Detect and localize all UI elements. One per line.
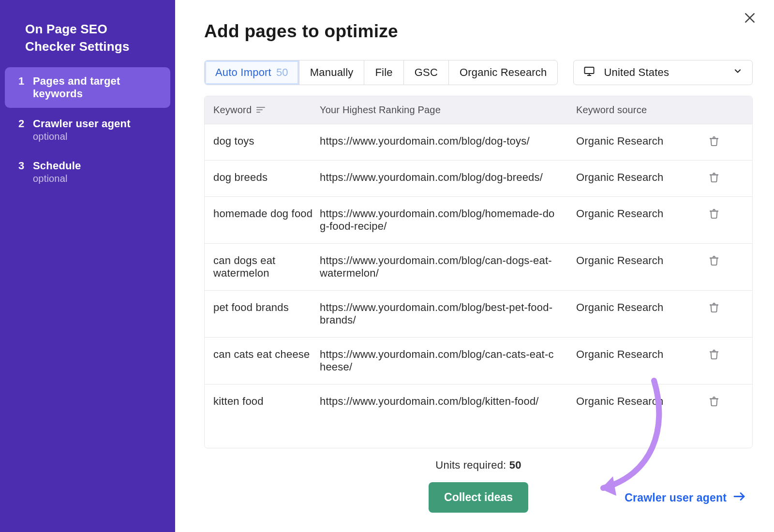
tab-gsc[interactable]: GSC xyxy=(404,60,449,85)
table-header: Keyword Your Highest Ranking Page Keywor… xyxy=(205,96,752,124)
cell-source: Organic Research xyxy=(576,207,709,220)
sidebar-step-number: 3 xyxy=(18,160,26,172)
cell-url: https://www.yourdomain.com/blog/can-cats… xyxy=(320,348,576,373)
cell-source: Organic Research xyxy=(576,348,709,361)
trash-icon xyxy=(709,350,719,362)
delete-row-button[interactable] xyxy=(709,207,738,222)
trash-icon xyxy=(709,173,719,185)
trash-icon xyxy=(709,137,719,149)
region-label: United States xyxy=(604,66,669,79)
cell-url: https://www.yourdomain.com/blog/dog-toys… xyxy=(320,135,576,148)
cell-url: https://www.yourdomain.com/blog/best-pet… xyxy=(320,301,576,326)
tab-manually[interactable]: Manually xyxy=(299,60,365,85)
delete-row-button[interactable] xyxy=(709,135,738,149)
region-select[interactable]: United States xyxy=(573,60,753,85)
cell-keyword: dog toys xyxy=(213,135,320,148)
tab-organic-research[interactable]: Organic Research xyxy=(449,60,558,85)
cell-keyword: pet food brands xyxy=(213,301,320,314)
close-button[interactable] xyxy=(740,10,759,29)
delete-row-button[interactable] xyxy=(709,348,738,363)
column-header-keyword[interactable]: Keyword xyxy=(213,104,252,116)
sidebar-step-number: 2 xyxy=(18,118,26,130)
table-row: kitten foodhttps://www.yourdomain.com/bl… xyxy=(205,384,752,420)
cell-url: https://www.yourdomain.com/blog/can-dogs… xyxy=(320,254,576,280)
cell-source: Organic Research xyxy=(576,135,709,148)
cell-source: Organic Research xyxy=(576,254,709,267)
sidebar-step-label: Schedule xyxy=(33,160,81,172)
cell-keyword: can cats eat cheese xyxy=(213,348,320,361)
sidebar: On Page SEO Checker Settings 1 Pages and… xyxy=(0,0,175,532)
cell-url: https://www.yourdomain.com/blog/dog-bree… xyxy=(320,171,576,184)
sidebar-step-schedule[interactable]: 3 Schedule optional xyxy=(5,152,170,192)
sidebar-step-sublabel: optional xyxy=(33,131,131,142)
arrow-right-icon xyxy=(733,491,746,504)
table-body[interactable]: dog toyshttps://www.yourdomain.com/blog/… xyxy=(205,124,752,448)
cell-keyword: homemade dog food xyxy=(213,207,320,220)
table-row: pet food brandshttps://www.yourdomain.co… xyxy=(205,291,752,338)
cell-url: https://www.yourdomain.com/blog/kitten-f… xyxy=(320,395,576,408)
sidebar-step-crawler-user-agent[interactable]: 2 Crawler user agent optional xyxy=(5,110,170,150)
trash-icon xyxy=(709,256,719,268)
units-required: Units required: 50 xyxy=(435,459,521,472)
sidebar-step-sublabel: optional xyxy=(33,173,81,184)
page-title: Add pages to optimize xyxy=(204,21,753,42)
table-row: homemade dog foodhttps://www.yourdomain.… xyxy=(205,197,752,244)
cell-keyword: can dogs eat watermelon xyxy=(213,254,320,280)
table-row: can dogs eat watermelonhttps://www.yourd… xyxy=(205,244,752,291)
sidebar-step-pages-keywords[interactable]: 1 Pages and target keywords xyxy=(5,67,170,108)
sort-icon[interactable] xyxy=(256,104,265,116)
units-value: 50 xyxy=(509,459,521,471)
chevron-down-icon xyxy=(733,66,743,79)
table-row: dog toyshttps://www.yourdomain.com/blog/… xyxy=(205,124,752,161)
cell-source: Organic Research xyxy=(576,395,709,408)
keywords-table: Keyword Your Highest Ranking Page Keywor… xyxy=(204,96,753,448)
cell-keyword: kitten food xyxy=(213,395,320,408)
delete-row-button[interactable] xyxy=(709,254,738,269)
crawler-user-agent-link[interactable]: Crawler user agent xyxy=(625,491,746,504)
tab-label: Organic Research xyxy=(460,66,547,79)
column-header-page: Your Highest Ranking Page xyxy=(320,104,441,115)
tab-auto-import[interactable]: Auto Import 50 xyxy=(205,60,299,85)
cell-keyword: dog breeds xyxy=(213,171,320,184)
cell-source: Organic Research xyxy=(576,171,709,184)
import-tabs: Auto Import 50 Manually File GSC Organic… xyxy=(204,60,558,85)
svg-rect-2 xyxy=(585,67,594,74)
tab-count: 50 xyxy=(276,66,288,79)
sidebar-step-label: Pages and target keywords xyxy=(33,75,161,100)
trash-icon xyxy=(709,209,719,222)
main-panel: Add pages to optimize Auto Import 50 Man… xyxy=(175,0,774,532)
delete-row-button[interactable] xyxy=(709,395,738,410)
sidebar-step-label: Crawler user agent xyxy=(33,118,131,130)
delete-row-button[interactable] xyxy=(709,171,738,186)
next-link-label: Crawler user agent xyxy=(625,491,727,504)
trash-icon xyxy=(709,397,719,409)
sidebar-title: On Page SEO Checker Settings xyxy=(0,20,175,67)
trash-icon xyxy=(709,303,719,315)
sidebar-step-number: 1 xyxy=(18,75,26,88)
table-row: dog breedshttps://www.yourdomain.com/blo… xyxy=(205,161,752,197)
column-header-source: Keyword source xyxy=(576,104,647,115)
footer: Units required: 50 Collect ideas Crawler… xyxy=(204,448,753,532)
table-row: can cats eat cheesehttps://www.yourdomai… xyxy=(205,338,752,384)
tab-label: Auto Import xyxy=(215,66,271,79)
tab-file[interactable]: File xyxy=(364,60,403,85)
tab-label: File xyxy=(375,66,392,79)
cell-url: https://www.yourdomain.com/blog/homemade… xyxy=(320,207,576,233)
tab-label: GSC xyxy=(415,66,438,79)
delete-row-button[interactable] xyxy=(709,301,738,316)
close-icon xyxy=(744,12,756,27)
desktop-icon xyxy=(583,65,595,80)
tabs-row: Auto Import 50 Manually File GSC Organic… xyxy=(204,60,753,85)
cell-source: Organic Research xyxy=(576,301,709,314)
tab-label: Manually xyxy=(310,66,354,79)
collect-ideas-button[interactable]: Collect ideas xyxy=(429,482,528,513)
units-label: Units required: xyxy=(435,459,509,471)
